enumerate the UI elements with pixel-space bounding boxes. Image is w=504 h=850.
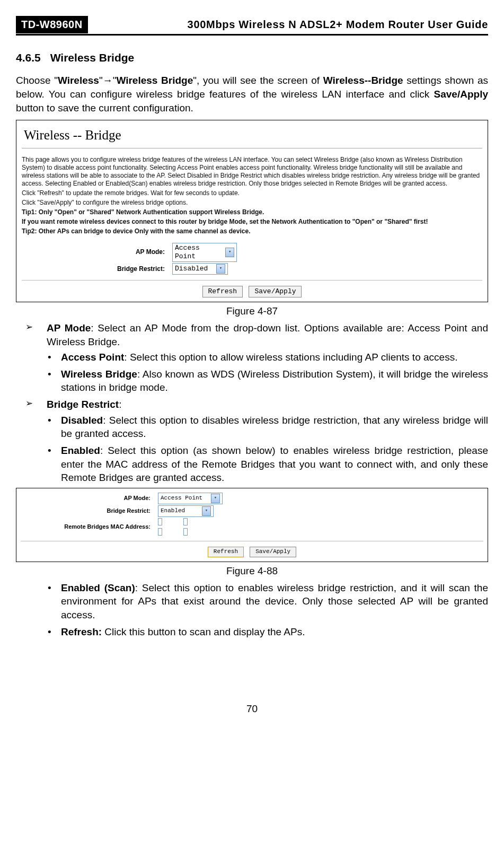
mac-input-4[interactable]	[183, 528, 188, 536]
list-item: Bridge Restrict:	[32, 398, 488, 411]
bridge-restrict-row: Bridge Restrict: Disabled ▾	[22, 263, 482, 275]
inner-list: Access Point: Select this option to allo…	[16, 350, 488, 395]
ap-mode-label: AP Mode:	[22, 248, 172, 256]
ap-mode-value: Access Point	[175, 244, 224, 261]
bridge-restrict-value: Enabled	[161, 507, 185, 515]
section-title-text: Wireless Bridge	[50, 51, 135, 64]
ap-mode-row: AP Mode: Access Point ▾	[22, 243, 482, 262]
divider	[21, 541, 483, 541]
ap-mode-select[interactable]: Access Point ▾	[158, 493, 223, 504]
refresh-button[interactable]: Refresh	[208, 547, 244, 557]
divider	[22, 280, 482, 281]
figure-88-caption: Figure 4-88	[16, 564, 488, 578]
bold: Enabled	[61, 445, 100, 456]
bridge-restrict-select[interactable]: Enabled ▾	[158, 505, 214, 517]
text: :	[119, 399, 121, 410]
figure-87-caption: Figure 4-87	[16, 304, 488, 318]
figure-desc: Click "Save/Apply" to configure the wire…	[22, 199, 482, 207]
list-item: Refresh: Click this button to scan and d…	[48, 625, 488, 639]
save-apply-button[interactable]: Save/Apply	[249, 286, 302, 297]
bold: Access Point	[61, 352, 124, 363]
bold: Wireless Bridge	[116, 75, 193, 86]
figure-87-box: Wireless -- Bridge This page allows you …	[16, 120, 488, 302]
model-badge: TD-W8960N	[16, 16, 88, 33]
bold: Disabled	[61, 415, 103, 426]
bridge-restrict-row: Bridge Restrict: Enabled ▾	[21, 505, 483, 517]
mac-inputs	[158, 518, 188, 536]
bridge-restrict-label: Bridge Restrict:	[21, 507, 158, 515]
guide-title: 300Mbps Wireless N ADSL2+ Modem Router U…	[88, 16, 488, 33]
bold: Save/Apply	[434, 89, 488, 100]
figure-tip: If you want remote wireless devices conn…	[22, 218, 482, 226]
figure-desc: This page allows you to configure wirele…	[22, 156, 482, 188]
ap-mode-row: AP Mode: Access Point ▾	[21, 493, 483, 504]
figure-buttons: Refresh Save/Apply	[22, 286, 482, 297]
divider	[22, 148, 482, 148]
figure-buttons: Refresh Save/Apply	[21, 547, 483, 557]
bridge-restrict-value: Disabled	[175, 265, 208, 273]
text: : Select this option to allow wireless s…	[124, 352, 457, 363]
refresh-button[interactable]: Refresh	[202, 286, 243, 297]
figure-tip: Tip1: Only "Open" or "Shared" Network Au…	[22, 208, 482, 216]
page-number: 70	[16, 702, 488, 716]
figure-88-box: AP Mode: Access Point ▾ Bridge Restrict:…	[16, 488, 488, 562]
mac-address-row: Remote Bridges MAC Address:	[21, 518, 483, 536]
list-item: Enabled: Select this option (as shown be…	[48, 444, 488, 485]
list-item: Enabled (Scan): Select this option to en…	[48, 581, 488, 622]
bold: Bridge Restrict	[47, 399, 119, 410]
chevron-down-icon: ▾	[225, 248, 234, 257]
bold: Refresh:	[61, 626, 102, 637]
section-heading: 4.6.5Wireless Bridge	[16, 50, 488, 65]
text: Click this button to scan and display th…	[102, 626, 305, 637]
mac-address-label: Remote Bridges MAC Address:	[21, 523, 158, 531]
chevron-down-icon: ▾	[211, 494, 220, 503]
text: ", you will see the screen of	[193, 75, 323, 86]
figure-title: Wireless -- Bridge	[24, 127, 482, 143]
figure-desc: Click "Refresh" to update the remote bri…	[22, 189, 482, 197]
bridge-restrict-select[interactable]: Disabled ▾	[172, 263, 228, 275]
intro-paragraph: Choose "Wireless"→"Wireless Bridge", you…	[16, 74, 488, 115]
bold: AP Mode	[47, 322, 91, 334]
chevron-down-icon: ▾	[202, 506, 211, 516]
inner-list: Enabled (Scan): Select this option to en…	[16, 581, 488, 639]
ap-mode-value: Access Point	[161, 495, 202, 502]
text: : Select this option (as shown below) to…	[61, 445, 488, 483]
text: button to save the current configuration…	[16, 102, 193, 113]
figure-tip: Tip2: Other APs can bridge to device Onl…	[22, 227, 482, 235]
ap-mode-label: AP Mode:	[21, 495, 158, 502]
bold: Enabled (Scan)	[61, 582, 135, 593]
bridge-restrict-label: Bridge Restrict:	[22, 265, 172, 273]
outer-list: AP Mode: Select an AP Mode from the drop…	[16, 321, 488, 348]
bold: Wireless	[58, 75, 99, 86]
text: : Select an AP Mode from the drop-down l…	[47, 322, 488, 347]
text: : Select this option to disables wireles…	[61, 415, 488, 440]
outer-list: Bridge Restrict:	[16, 398, 488, 411]
chevron-down-icon: ▾	[216, 264, 225, 274]
list-item: Disabled: Select this option to disables…	[48, 414, 488, 441]
text: Choose "	[16, 75, 58, 86]
inner-list: Disabled: Select this option to disables…	[16, 414, 488, 485]
page-header: TD-W8960N 300Mbps Wireless N ADSL2+ Mode…	[16, 16, 488, 36]
section-number: 4.6.5	[16, 51, 41, 64]
ap-mode-select[interactable]: Access Point ▾	[172, 243, 237, 262]
mac-input-2[interactable]	[183, 518, 188, 525]
text: "→"	[99, 75, 117, 86]
list-item: AP Mode: Select an AP Mode from the drop…	[32, 321, 488, 348]
bold: Wireless--Bridge	[323, 75, 403, 86]
mac-input-1[interactable]	[158, 518, 162, 525]
bold: Wireless Bridge	[61, 369, 137, 380]
list-item: Wireless Bridge: Also known as WDS (Wire…	[48, 367, 488, 395]
save-apply-button[interactable]: Save/Apply	[250, 547, 296, 557]
mac-input-3[interactable]	[158, 528, 162, 536]
list-item: Access Point: Select this option to allo…	[48, 350, 488, 364]
